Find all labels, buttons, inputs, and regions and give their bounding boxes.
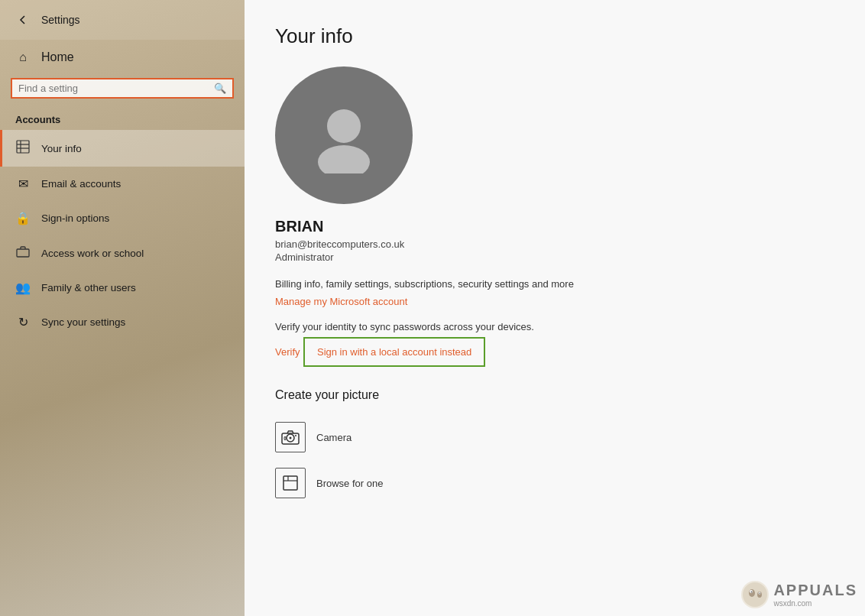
sidebar-item-sync[interactable]: ↻ Sync your settings (0, 305, 245, 339)
svg-point-8 (290, 437, 292, 439)
svg-rect-0 (17, 141, 29, 153)
sidebar-item-sign-in[interactable]: 🔒 Sign-in options (0, 201, 245, 235)
browse-option[interactable]: Browse for one (275, 460, 834, 506)
lock-icon: 🔒 (15, 211, 31, 225)
sidebar-item-your-info[interactable]: Your info (0, 130, 245, 167)
verify-text: Verify your identity to sync passwords a… (275, 321, 834, 332)
accounts-label: Accounts (0, 106, 245, 130)
verify-link[interactable]: Verify (275, 346, 300, 358)
person-icon (15, 140, 31, 157)
svg-rect-12 (283, 476, 297, 490)
create-picture-title: Create your picture (275, 388, 834, 402)
main-content: Your info BRIAN brian@briteccomputers.co… (245, 0, 865, 616)
watermark: APPUALS wsxdn.com (741, 581, 857, 608)
svg-point-5 (327, 109, 361, 143)
manage-microsoft-account-link[interactable]: Manage my Microsoft account (275, 296, 407, 307)
local-account-button[interactable]: Sign in with a local account instead (303, 337, 485, 367)
user-name: BRIAN (275, 218, 834, 235)
billing-info-text: Billing info, family settings, subscript… (275, 278, 834, 290)
watermark-sub: wsxdn.com (773, 599, 857, 608)
svg-point-19 (751, 592, 753, 593)
email-accounts-label: Email & accounts (41, 178, 121, 190)
svg-point-21 (760, 592, 761, 594)
sidebar-item-email-accounts[interactable]: ✉ Email & accounts (0, 167, 245, 201)
watermark-text: APPUALS (773, 582, 857, 599)
home-label: Home (41, 50, 74, 64)
avatar (275, 66, 413, 204)
search-icon: 🔍 (214, 83, 226, 94)
sign-in-label: Sign-in options (41, 212, 109, 224)
svg-point-6 (318, 145, 370, 173)
work-school-label: Access work or school (41, 248, 144, 259)
email-icon: ✉ (15, 177, 31, 191)
sync-icon: ↻ (15, 315, 31, 329)
svg-point-10 (295, 435, 296, 436)
search-input[interactable] (18, 83, 209, 94)
browse-label: Browse for one (316, 478, 383, 489)
your-info-label: Your info (41, 143, 82, 154)
sidebar-item-home[interactable]: ⌂ Home (0, 40, 245, 75)
sidebar-item-family[interactable]: 👥 Family & other users (0, 271, 245, 305)
briefcase-icon (15, 245, 31, 261)
camera-option[interactable]: Camera (275, 414, 834, 460)
camera-icon (275, 422, 306, 452)
home-icon: ⌂ (15, 50, 31, 64)
camera-label: Camera (316, 432, 352, 443)
page-title: Your info (275, 24, 834, 48)
sync-label: Sync your settings (41, 316, 125, 328)
user-role: Administrator (275, 251, 834, 263)
back-button[interactable] (12, 9, 34, 31)
sidebar-header: Settings (0, 0, 245, 40)
sidebar-title: Settings (41, 14, 80, 26)
sidebar-item-work-school[interactable]: Access work or school (0, 235, 245, 271)
search-box[interactable]: 🔍 (11, 78, 234, 99)
family-label: Family & other users (41, 282, 136, 293)
user-email: brian@briteccomputers.co.uk (275, 238, 834, 250)
sidebar: Settings ⌂ Home 🔍 Accounts Your info ✉ E… (0, 0, 245, 616)
svg-rect-11 (284, 436, 286, 440)
group-icon: 👥 (15, 280, 31, 295)
svg-rect-4 (17, 249, 29, 257)
browse-icon (275, 468, 306, 498)
svg-point-15 (743, 582, 767, 607)
